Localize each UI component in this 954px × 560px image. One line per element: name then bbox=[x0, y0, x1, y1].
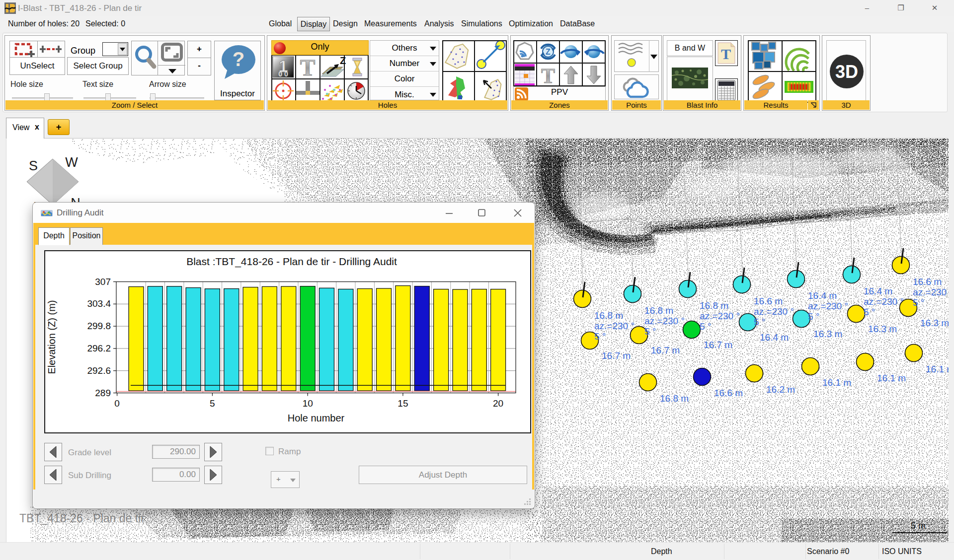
svg-text:Hole number: Hole number bbox=[288, 413, 345, 423]
svg-text:16.3 m: 16.3 m bbox=[920, 318, 949, 328]
svg-text:303.4: 303.4 bbox=[87, 298, 111, 309]
svg-text:15: 15 bbox=[398, 398, 408, 409]
svg-text:299.8: 299.8 bbox=[87, 321, 111, 331]
svg-text:S: S bbox=[29, 158, 38, 173]
svg-text:5 °: 5 ° bbox=[808, 311, 819, 322]
svg-text:16.7 m: 16.7 m bbox=[651, 345, 680, 355]
svg-text:289: 289 bbox=[95, 388, 111, 398]
svg-text:16.3 m: 16.3 m bbox=[813, 329, 842, 339]
svg-text:W: W bbox=[65, 155, 78, 170]
svg-text:20: 20 bbox=[493, 398, 503, 409]
svg-text:5 °: 5 ° bbox=[913, 297, 924, 308]
svg-text:16.7 m: 16.7 m bbox=[602, 350, 631, 361]
svg-text:16.7 m: 16.7 m bbox=[704, 340, 732, 350]
svg-text:16.6 m: 16.6 m bbox=[754, 296, 783, 306]
svg-text:16.4 m: 16.4 m bbox=[760, 332, 789, 343]
svg-text:az.=230 °: az.=230 ° bbox=[913, 287, 949, 297]
svg-text:16.6 m: 16.6 m bbox=[913, 277, 942, 287]
svg-text:296.2: 296.2 bbox=[87, 343, 111, 353]
svg-text:Elevation (Z) (m): Elevation (Z) (m) bbox=[46, 300, 57, 374]
svg-text:0: 0 bbox=[114, 398, 120, 409]
svg-text:Z: Z bbox=[340, 55, 346, 66]
svg-text:az.=230 °: az.=230 ° bbox=[864, 296, 904, 307]
svg-text:16.4 m: 16.4 m bbox=[808, 290, 837, 301]
svg-text:az.=230 °: az.=230 ° bbox=[644, 316, 685, 326]
svg-text:5 °: 5 ° bbox=[864, 307, 875, 317]
svg-text:16.6 m: 16.6 m bbox=[714, 388, 743, 398]
svg-text:3D: 3D bbox=[835, 62, 858, 82]
svg-text:16.2 m: 16.2 m bbox=[766, 384, 795, 395]
svg-text:T: T bbox=[721, 46, 731, 62]
svg-text:5 °: 5 ° bbox=[754, 317, 765, 327]
svg-text:5: 5 bbox=[210, 398, 215, 409]
svg-text:T: T bbox=[300, 55, 316, 80]
svg-text:5 °: 5 ° bbox=[594, 331, 606, 342]
svg-text:16.1 m: 16.1 m bbox=[926, 364, 949, 374]
svg-text:5 °: 5 ° bbox=[644, 326, 656, 337]
svg-text:T: T bbox=[541, 65, 555, 86]
svg-text:307: 307 bbox=[95, 277, 111, 287]
svg-text:az.=230 °: az.=230 ° bbox=[754, 306, 794, 317]
svg-text:az.=230 °: az.=230 ° bbox=[808, 301, 848, 311]
svg-text:16.8 m: 16.8 m bbox=[660, 393, 689, 404]
svg-text:az.=230 °: az.=230 ° bbox=[594, 321, 635, 331]
svg-text:16.4 m: 16.4 m bbox=[864, 286, 892, 296]
svg-text:10: 10 bbox=[303, 398, 313, 409]
svg-text:16.1 m: 16.1 m bbox=[877, 373, 906, 383]
svg-text:TBT_418-26 - Plan de tir: TBT_418-26 - Plan de tir bbox=[19, 512, 145, 525]
svg-text:5 m: 5 m bbox=[911, 521, 926, 531]
svg-text:Blast :TBT_418-26 - Plan de ti: Blast :TBT_418-26 - Plan de tir - Drilli… bbox=[186, 256, 397, 268]
svg-text:16.8 m: 16.8 m bbox=[700, 300, 728, 311]
svg-text:16.8 m: 16.8 m bbox=[594, 310, 623, 321]
svg-text:16.3 m: 16.3 m bbox=[868, 324, 897, 334]
svg-text:16.8 m: 16.8 m bbox=[644, 305, 673, 316]
svg-text:0 0: 0 0 bbox=[278, 70, 288, 78]
svg-text:16.1 m: 16.1 m bbox=[822, 377, 851, 388]
svg-text:5 °: 5 ° bbox=[700, 321, 711, 332]
svg-text:292.6: 292.6 bbox=[87, 365, 111, 376]
svg-text:?: ? bbox=[233, 48, 244, 70]
svg-text:Z: Z bbox=[546, 48, 551, 56]
svg-text:az.=230 °: az.=230 ° bbox=[700, 311, 740, 321]
